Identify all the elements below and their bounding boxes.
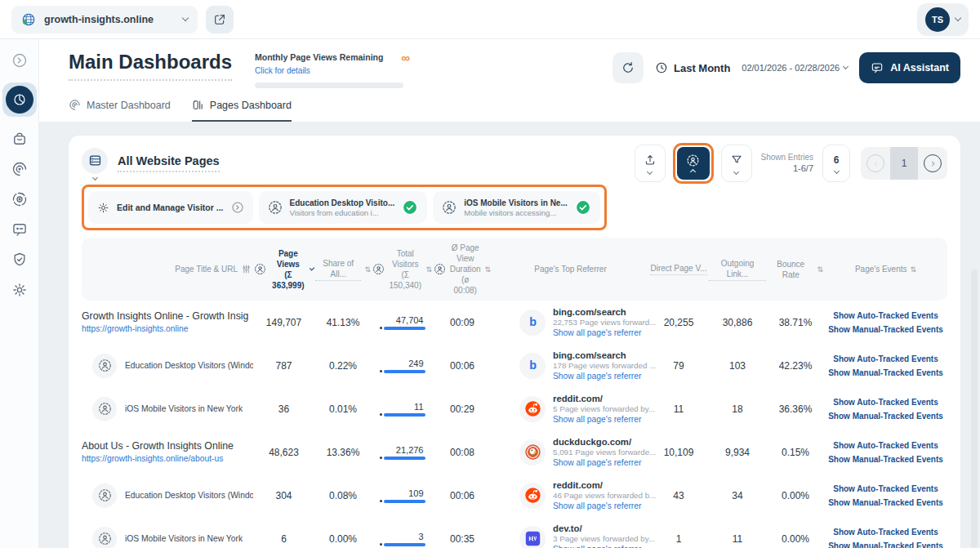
sidebar-item-recordings[interactable] [11, 191, 28, 207]
segments-button[interactable] [677, 147, 710, 180]
manual-tracked-events-link[interactable]: Show Manual-Tracked Events [828, 455, 943, 464]
sidebar-item-feedback[interactable] [11, 221, 28, 238]
show-all-referrer-link[interactable]: Show all page's referrer [553, 545, 641, 548]
page-views-value: 787 [253, 360, 314, 372]
auto-tracked-events-link[interactable]: Show Auto-Tracked Events [833, 311, 938, 320]
share-value: 0.22% [314, 360, 372, 372]
prev-page-button[interactable] [861, 147, 890, 180]
quota-details-link[interactable]: Click for details [255, 66, 310, 75]
column-bounce-rate[interactable]: Bounce Rate [767, 254, 824, 285]
column-outgoing-links[interactable]: Outgoing Link... [708, 253, 767, 286]
direct-views-value: 10,109 [649, 447, 708, 458]
segment-chip-education-desktop[interactable]: Education Desktop Visito... Visitors fro… [259, 191, 428, 224]
page-url-link[interactable]: https://growth-insights.online/about-us [82, 454, 223, 463]
user-menu[interactable]: TS [917, 3, 969, 36]
auto-tracked-events-link[interactable]: Show Auto-Tracked Events [833, 398, 938, 407]
share-value: 41.13% [314, 317, 372, 328]
globe-icon [21, 12, 36, 27]
filter-button[interactable] [721, 145, 752, 182]
table-row: About Us - Growth Insights Online https:… [82, 430, 947, 474]
auto-tracked-events-link[interactable]: Show Auto-Tracked Events [833, 528, 938, 537]
column-page-events[interactable]: Page's Events [824, 259, 947, 280]
column-page-views[interactable]: Page Views(Σ 363,999) [253, 243, 314, 296]
direct-views-value: 79 [649, 360, 708, 372]
segment-chip-manage[interactable]: Edit and Manage Visitor ... [88, 191, 253, 224]
sidebar-item-privacy[interactable] [11, 252, 28, 268]
refresh-button[interactable] [612, 52, 644, 83]
sidebar-item-settings[interactable] [11, 282, 28, 298]
outgoing-links-value: 9,934 [708, 447, 767, 458]
tab-master-dashboard[interactable]: Master Dashboard [69, 99, 171, 122]
bounce-rate-value: 36.36% [767, 403, 824, 415]
website-selector[interactable]: growth-insights.online [11, 6, 198, 33]
sidebar-item-statistics[interactable] [11, 161, 28, 177]
page-size-selector[interactable]: 6 [822, 145, 850, 182]
svg-text:b: b [529, 359, 537, 372]
person-icon [254, 263, 266, 275]
column-page-title[interactable]: Page Title & URL [82, 259, 253, 279]
sidebar-item-dashboards[interactable] [2, 82, 37, 117]
referrer-detail: 178 Page views forwarded ... [553, 361, 656, 370]
referrer-detail: 22,753 Page views forward... [553, 318, 656, 327]
segment-chip-ios-mobile[interactable]: iOS Mobile Visitors in Ne... Mobile visi… [433, 191, 600, 224]
share-value: 0.00% [314, 533, 372, 545]
show-all-referrer-link[interactable]: Show all page's referrer [553, 458, 641, 467]
devto-icon [525, 531, 541, 546]
chevron-down-icon [955, 15, 961, 21]
next-page-button[interactable] [918, 147, 947, 180]
current-page[interactable]: 1 [890, 147, 918, 180]
table-body: Growth Insights Online - Growth Insights… [82, 301, 947, 548]
segments-button-highlight [673, 143, 714, 184]
page-url-link[interactable]: https://growth-insights.online [82, 324, 189, 333]
auto-tracked-events-link[interactable]: Show Auto-Tracked Events [833, 484, 938, 493]
sidebar-item-modules[interactable] [11, 131, 28, 147]
manual-tracked-events-link[interactable]: Show Manual-Tracked Events [828, 368, 943, 377]
manual-tracked-events-link[interactable]: Show Manual-Tracked Events [828, 541, 943, 548]
svg-text:b: b [529, 315, 537, 328]
show-all-referrer-link[interactable]: Show all page's referrer [553, 415, 641, 424]
arrow-right-icon [929, 159, 938, 168]
feedback-icon [11, 221, 28, 238]
arrow-right-circle-icon [231, 201, 244, 214]
column-share[interactable]: Share of All... [314, 253, 372, 286]
auto-tracked-events-link[interactable]: Show Auto-Tracked Events [833, 354, 938, 363]
chat-icon [871, 61, 884, 74]
manual-tracked-events-link[interactable]: Show Manual-Tracked Events [828, 325, 943, 334]
referrer-icon: b [519, 353, 546, 379]
duration-value: 00:06 [433, 490, 492, 501]
open-website-button[interactable] [206, 6, 234, 33]
export-button[interactable] [635, 145, 666, 182]
check-badge-icon [402, 199, 418, 216]
column-direct-views[interactable]: Direct Page V... [649, 258, 708, 280]
segment-label: Education Desktop Visitors (Windows + ..… [125, 361, 253, 370]
bing-icon: b [525, 314, 541, 330]
sidebar-expand-icon[interactable] [11, 52, 28, 69]
period-selector[interactable]: Last Month [655, 61, 730, 74]
table-row: iOS Mobile Visitors in New York 6 0.00% … [82, 517, 947, 548]
scrollbar[interactable] [971, 270, 978, 548]
chevron-down-icon [833, 167, 839, 173]
referrer-icon [519, 396, 546, 422]
pages-dashboard-icon [192, 99, 204, 111]
person-icon [372, 263, 385, 275]
show-all-referrer-link[interactable]: Show all page's referrer [553, 372, 641, 381]
manual-tracked-events-link[interactable]: Show Manual-Tracked Events [828, 412, 943, 421]
column-total-visitors[interactable]: Total Visitors(Σ 150,340) [372, 243, 433, 296]
auto-tracked-events-link[interactable]: Show Auto-Tracked Events [833, 441, 938, 450]
referrer-icon [519, 526, 546, 548]
column-duration[interactable]: Ø Page View Duration(ø 00:08) [433, 238, 492, 301]
date-range-selector[interactable]: 02/01/2026 - 02/28/2026 [742, 63, 848, 73]
show-all-referrer-link[interactable]: Show all page's referrer [553, 501, 641, 510]
duration-value: 00:08 [433, 447, 492, 458]
manual-tracked-events-link[interactable]: Show Manual-Tracked Events [828, 498, 943, 507]
tab-pages-dashboard[interactable]: Pages Dashboard [192, 99, 292, 122]
show-all-referrer-link[interactable]: Show all page's referrer [553, 328, 641, 337]
widget-type-button[interactable] [82, 148, 108, 180]
sort-icon [817, 264, 823, 275]
table-widget-icon [88, 154, 102, 167]
ai-assistant-button[interactable]: AI Assistant [859, 52, 960, 83]
filter-funnel-icon [730, 154, 743, 167]
total-visitors-bar: 47,704 [380, 315, 425, 330]
gear-icon [97, 202, 109, 214]
referrer-site: reddit.com/ [553, 480, 656, 490]
